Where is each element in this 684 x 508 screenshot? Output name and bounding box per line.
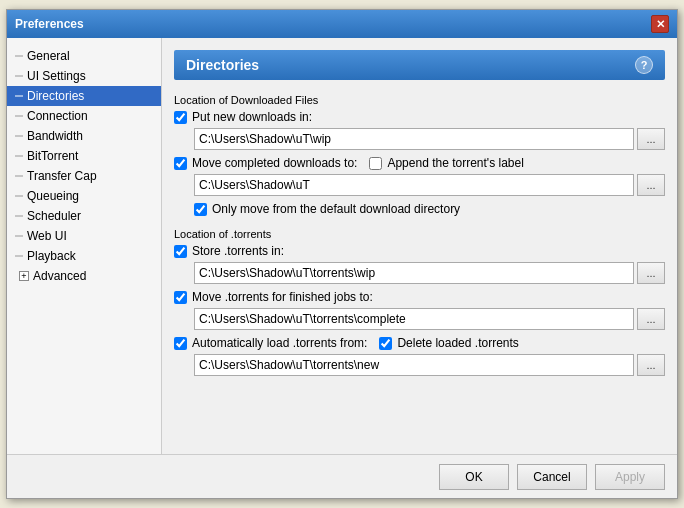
sidebar-label-playback: Playback: [27, 249, 76, 263]
store-torrents-path-row: ...: [174, 262, 665, 284]
close-button[interactable]: ✕: [651, 15, 669, 33]
sidebar: GeneralUI SettingsDirectoriesConnectionB…: [7, 38, 162, 454]
move-finished-row: Move .torrents for finished jobs to:: [174, 290, 665, 304]
store-torrents-browse-btn[interactable]: ...: [637, 262, 665, 284]
store-torrents-checkbox[interactable]: [174, 245, 187, 258]
preferences-window: Preferences ✕ GeneralUI SettingsDirector…: [6, 9, 678, 499]
move-finished-label: Move .torrents for finished jobs to:: [192, 290, 373, 304]
sidebar-item-bittorrent[interactable]: BitTorrent: [7, 146, 161, 166]
delete-loaded-row: Delete loaded .torrents: [379, 336, 518, 350]
move-finished-path-row: ...: [174, 308, 665, 330]
move-completed-label: Move completed downloads to:: [192, 156, 357, 170]
main-panel: Directories ? Location of Downloaded Fil…: [162, 38, 677, 454]
sidebar-label-web-ui: Web UI: [27, 229, 67, 243]
delete-loaded-label: Delete loaded .torrents: [397, 336, 518, 350]
cancel-button[interactable]: Cancel: [517, 464, 587, 490]
store-torrents-input[interactable]: [194, 262, 634, 284]
sidebar-item-advanced[interactable]: +Advanced: [7, 266, 161, 286]
sidebar-item-web-ui[interactable]: Web UI: [7, 226, 161, 246]
auto-load-row: Automatically load .torrents from: Delet…: [174, 336, 665, 350]
append-label-checkbox[interactable]: [369, 157, 382, 170]
titlebar: Preferences ✕: [7, 10, 677, 38]
sidebar-label-general: General: [27, 49, 70, 63]
store-torrents-row: Store .torrents in:: [174, 244, 665, 258]
location-downloads-label: Location of Downloaded Files: [174, 94, 665, 106]
only-move-row: Only move from the default download dire…: [174, 202, 665, 216]
sidebar-label-bandwidth: Bandwidth: [27, 129, 83, 143]
footer: OK Cancel Apply: [7, 454, 677, 498]
put-new-downloads-browse-btn[interactable]: ...: [637, 128, 665, 150]
move-finished-checkbox[interactable]: [174, 291, 187, 304]
sidebar-item-playback[interactable]: Playback: [7, 246, 161, 266]
auto-load-checkbox-row: Automatically load .torrents from:: [174, 336, 367, 350]
move-completed-browse-btn[interactable]: ...: [637, 174, 665, 196]
sidebar-item-queueing[interactable]: Queueing: [7, 186, 161, 206]
put-new-downloads-path-row: ...: [174, 128, 665, 150]
sidebar-label-bittorrent: BitTorrent: [27, 149, 78, 163]
ok-button[interactable]: OK: [439, 464, 509, 490]
sidebar-item-transfer-cap[interactable]: Transfer Cap: [7, 166, 161, 186]
sidebar-item-ui-settings[interactable]: UI Settings: [7, 66, 161, 86]
section-title: Directories: [186, 57, 259, 73]
sidebar-item-directories[interactable]: Directories: [7, 86, 161, 106]
sidebar-label-advanced: Advanced: [33, 269, 86, 283]
help-button[interactable]: ?: [635, 56, 653, 74]
store-torrents-label: Store .torrents in:: [192, 244, 284, 258]
auto-load-label: Automatically load .torrents from:: [192, 336, 367, 350]
put-new-downloads-row: Put new downloads in:: [174, 110, 665, 124]
sidebar-label-directories: Directories: [27, 89, 84, 103]
content-area: GeneralUI SettingsDirectoriesConnectionB…: [7, 38, 677, 454]
append-label-row: Append the torrent's label: [369, 156, 523, 170]
only-move-checkbox[interactable]: [194, 203, 207, 216]
move-completed-checkbox-row: Move completed downloads to:: [174, 156, 357, 170]
auto-load-browse-btn[interactable]: ...: [637, 354, 665, 376]
apply-button[interactable]: Apply: [595, 464, 665, 490]
expander-advanced: +: [19, 271, 29, 281]
sidebar-label-transfer-cap: Transfer Cap: [27, 169, 97, 183]
only-move-label: Only move from the default download dire…: [212, 202, 460, 216]
sidebar-label-ui-settings: UI Settings: [27, 69, 86, 83]
delete-loaded-checkbox[interactable]: [379, 337, 392, 350]
auto-load-checkbox[interactable]: [174, 337, 187, 350]
sidebar-label-connection: Connection: [27, 109, 88, 123]
append-label-text: Append the torrent's label: [387, 156, 523, 170]
put-new-downloads-label: Put new downloads in:: [192, 110, 312, 124]
move-completed-path-row: ...: [174, 174, 665, 196]
sidebar-label-scheduler: Scheduler: [27, 209, 81, 223]
window-title: Preferences: [15, 17, 84, 31]
auto-load-input[interactable]: [194, 354, 634, 376]
move-completed-input[interactable]: [194, 174, 634, 196]
sidebar-label-queueing: Queueing: [27, 189, 79, 203]
move-finished-input[interactable]: [194, 308, 634, 330]
put-new-downloads-input[interactable]: [194, 128, 634, 150]
put-new-downloads-checkbox[interactable]: [174, 111, 187, 124]
sidebar-item-connection[interactable]: Connection: [7, 106, 161, 126]
move-completed-checkbox[interactable]: [174, 157, 187, 170]
sidebar-item-scheduler[interactable]: Scheduler: [7, 206, 161, 226]
location-torrents-label: Location of .torrents: [174, 228, 665, 240]
move-completed-row: Move completed downloads to: Append the …: [174, 156, 665, 170]
sidebar-item-general[interactable]: General: [7, 46, 161, 66]
auto-load-path-row: ...: [174, 354, 665, 376]
move-finished-browse-btn[interactable]: ...: [637, 308, 665, 330]
section-header: Directories ?: [174, 50, 665, 80]
sidebar-item-bandwidth[interactable]: Bandwidth: [7, 126, 161, 146]
